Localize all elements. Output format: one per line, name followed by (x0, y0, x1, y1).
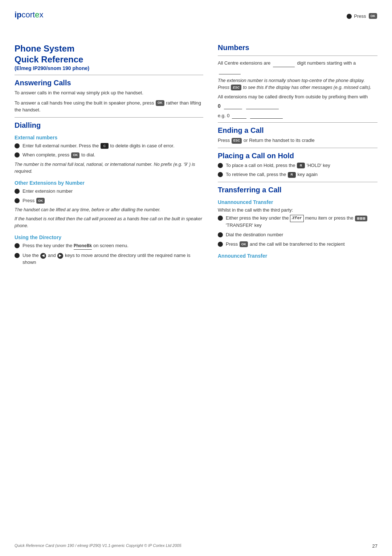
divider-numbers (218, 56, 377, 56)
logo: ipcortex (15, 10, 44, 20)
page-number: 27 (372, 543, 377, 549)
using-directory-title: Using the Directory (15, 234, 203, 240)
xfer-menu-item: 𝓧fer (290, 215, 304, 222)
esc-key-ending: ESC (232, 138, 242, 144)
dialling-title: Dialling (15, 121, 203, 130)
arrow-left-icon: ◀ (40, 253, 46, 259)
transferring-section: Transferring a Call Unannounced Transfer… (218, 186, 377, 258)
bullet-dot (218, 232, 223, 237)
unannounced-intro: Whilst in the call with the third party: (218, 207, 377, 213)
r-key-hold: R (297, 163, 305, 168)
left-column: Phone System Quick Reference (Elmeg IP29… (15, 44, 203, 269)
list-item: Enter extension number (15, 188, 203, 195)
logo-ip: ip (15, 10, 22, 19)
c-key-badge: C (101, 143, 109, 149)
external-numbers-title: External numbers (15, 135, 203, 140)
eg-blank1 (232, 113, 246, 119)
logo-cortex: cortex (22, 10, 44, 19)
list-item: Press OK (15, 197, 203, 204)
numbers-para2: All extensions may be called directly fr… (218, 93, 377, 101)
esc-key-badge: ESC (231, 85, 241, 90)
numbers-section: Numbers All Centre extensions are digit … (218, 44, 377, 119)
press-label: Press (354, 13, 366, 19)
other-extensions-note2: If the handset is not lifted then the ca… (15, 216, 203, 229)
digit-blank (273, 60, 295, 67)
numbers-italic-note: The extension number is normally shown t… (218, 77, 377, 91)
bullet-dot (15, 189, 20, 194)
ending-call-text: Press ESC or Return the handset to its c… (218, 137, 377, 144)
ok-key-ext: OK (36, 198, 45, 204)
list-item: Either press the key under the 𝓧fer menu… (218, 215, 377, 229)
announced-title: Announced Transfer (218, 253, 377, 259)
list-item: To retrieve the call, press the R key ag… (218, 171, 377, 178)
bullet-dot (218, 163, 223, 168)
dialling-section: Dialling External numbers Enter full ext… (15, 121, 203, 266)
bullet-dot (15, 198, 20, 203)
transferring-title: Transferring a Call (218, 186, 377, 194)
divider-ending (218, 122, 377, 123)
list-item: Dial the destination number (218, 232, 377, 238)
placing-hold-title: Placing a Call on Hold (218, 152, 377, 160)
bullet-dot (347, 14, 352, 19)
eg-line: e.g. 0 (218, 113, 377, 119)
bullet-dot (218, 172, 223, 177)
main-title-line1: Phone System (15, 44, 203, 54)
ending-call-section: Ending a Call Press ESC or Return the ha… (218, 126, 377, 144)
external-numbers-list: Enter full external number. Press the C … (15, 143, 203, 159)
other-extensions-title: Other Extensions by Number (15, 180, 203, 186)
page: ipcortex Press OK Phone System Quick Ref… (0, 0, 392, 556)
ok-key-badge: OK (369, 13, 377, 19)
blank1 (224, 103, 242, 109)
bullet-dot (218, 242, 223, 247)
bullet-dot (15, 152, 20, 158)
other-extensions-list: Enter extension number Press OK (15, 188, 203, 204)
other-extensions-note1: The handset can be lifted at any time, b… (15, 207, 203, 213)
answering-calls-section: Answering Calls To answer calls in the n… (15, 79, 203, 114)
copyright-text: Quick Reference Card (snom 190 / elmeg I… (15, 543, 181, 549)
ok-key-transfer: OK (240, 241, 248, 247)
list-item: To place a call on Hold, press the R 'HO… (218, 162, 377, 169)
divider-after-answering (15, 117, 203, 118)
answering-calls-para1: To answer calls in the normal way simply… (15, 89, 203, 97)
ending-call-title: Ending a Call (218, 126, 377, 135)
divider-after-title (15, 75, 203, 75)
top-right-press: Press OK (347, 13, 377, 19)
directory-list: Press the key under the PhoneBk on scree… (15, 242, 203, 266)
blank2 (246, 103, 279, 109)
arrow-right-icon: ▶ (57, 253, 63, 259)
unannounced-title: Unannounced Transfer (218, 199, 377, 205)
answering-calls-para2: To answer a call hands free using the bu… (15, 99, 203, 114)
r-key-retrieve: R (288, 172, 296, 178)
bullet-dot (15, 253, 20, 258)
divider-hold (218, 148, 377, 148)
list-item: Press the key under the PhoneBk on scree… (15, 242, 203, 250)
main-subtitle: (Elmeg IP290/snom 190 phone) (15, 65, 203, 71)
external-numbers-note: The number is the normal full local, nat… (15, 161, 203, 175)
start-blank (219, 67, 241, 75)
ok-key-answering: OK (156, 100, 164, 106)
numbers-para1: All Centre extensions are digit numbers … (218, 60, 377, 74)
list-item: Press OK and the call will be transferre… (218, 241, 377, 248)
hold-list: To place a call on Hold, press the R 'HO… (218, 162, 377, 179)
bullet-dot (15, 243, 20, 248)
divider-transfer (218, 182, 377, 182)
footer: Quick Reference Card (snom 190 / elmeg I… (15, 543, 377, 549)
ok-key-dial: OK (71, 152, 80, 158)
main-title-line2: Quick Reference (15, 54, 203, 65)
list-item: Enter full external number. Press the C … (15, 143, 203, 150)
numbers-title: Numbers (218, 44, 377, 52)
transfer-key-badge: ⊞⊞⊞ (355, 216, 367, 221)
placing-hold-section: Placing a Call on Hold To place a call o… (218, 152, 377, 179)
bullet-dot (15, 143, 20, 148)
main-title-block: Phone System Quick Reference (Elmeg IP29… (15, 44, 203, 71)
list-item: Use the ◀ and ▶ keys to move around the … (15, 252, 203, 266)
list-item: When complete, press OK to dial. (15, 152, 203, 159)
eg-blank2 (250, 113, 283, 119)
unannounced-list: Either press the key under the 𝓧fer menu… (218, 215, 377, 248)
answering-calls-title: Answering Calls (15, 79, 203, 87)
bullet-dot (218, 216, 223, 221)
phonebk-menu-item: PhoneBk (74, 243, 92, 250)
number-line1: 0 (218, 103, 377, 109)
right-column: Numbers All Centre extensions are digit … (218, 44, 377, 269)
